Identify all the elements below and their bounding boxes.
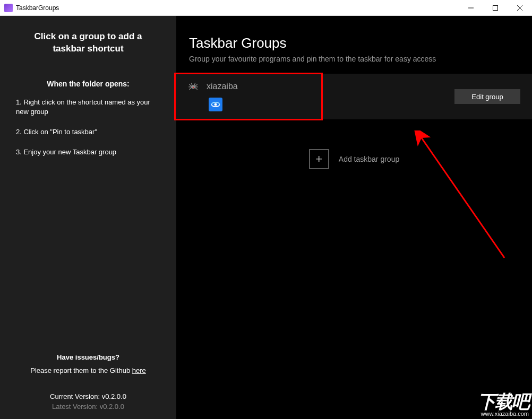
group-tile[interactable]: xiazaiba (174, 73, 323, 120)
current-version: Current Version: v0.2.0.0 (16, 392, 160, 400)
page-subtitle: Group your favourite programs and pin th… (189, 55, 519, 63)
watermark-logo: 下载吧 (478, 394, 529, 410)
sidebar: Click on a group to add a taskbar shortc… (0, 16, 176, 419)
sidebar-step: 3. Enjoy your new Taskbar group (16, 147, 160, 157)
main-panel: Taskbar Groups Group your favourite prog… (176, 16, 532, 419)
sidebar-heading-line1: Click on a group to add a (34, 31, 142, 41)
issues-line: Please report them to the Github here (16, 366, 160, 374)
add-group-row[interactable]: + Add taskbar group (176, 149, 532, 169)
issues-text: Please report them to the Github (30, 366, 132, 374)
sidebar-steps: 1. Right click on the shortcut named as … (16, 98, 160, 168)
sidebar-subheader: When the folder opens: (16, 80, 160, 88)
close-button[interactable] (508, 0, 532, 16)
watermark: 下载吧 www.xiazaiba.com (478, 394, 529, 417)
plus-icon[interactable]: + (309, 149, 329, 169)
spider-icon (187, 81, 199, 92)
group-row: xiazaiba Edit group (176, 74, 532, 119)
latest-version: Latest Version: v0.2.0.0 (16, 403, 160, 411)
svg-point-5 (193, 87, 194, 88)
add-group-label: Add taskbar group (339, 155, 399, 163)
maximize-button[interactable] (483, 0, 508, 16)
sidebar-heading-line2: taskbar shortcut (53, 43, 123, 54)
window-title: TaskbarGroups (16, 4, 59, 12)
issues-heading: Have issues/bugs? (16, 353, 160, 361)
item-360-icon (209, 98, 222, 111)
app-icon (4, 4, 13, 12)
sidebar-step: 1. Right click on the shortcut named as … (16, 98, 160, 117)
svg-point-7 (214, 103, 217, 106)
minimize-button[interactable] (459, 0, 483, 16)
page-title: Taskbar Groups (189, 35, 519, 51)
group-items (209, 98, 314, 111)
sidebar-footer: Have issues/bugs? Please report them to … (16, 353, 160, 413)
edit-group-button[interactable]: Edit group (454, 89, 520, 104)
group-name: xiazaiba (207, 82, 238, 91)
github-link[interactable]: here (132, 366, 146, 374)
sidebar-step: 2. Click on "Pin to taskbar" (16, 127, 160, 137)
watermark-url: www.xiazaiba.com (478, 411, 529, 417)
titlebar: TaskbarGroups (0, 0, 532, 16)
sidebar-heading: Click on a group to add a taskbar shortc… (16, 31, 160, 55)
svg-rect-1 (493, 5, 498, 10)
